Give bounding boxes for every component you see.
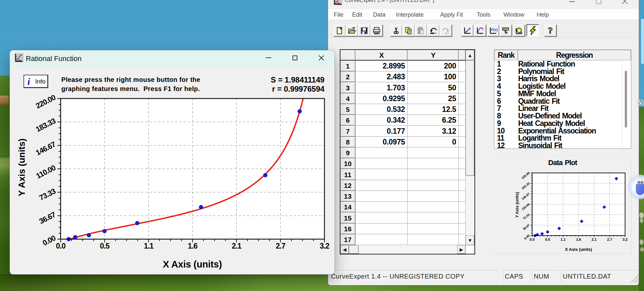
svg-text:0.0: 0.0 xyxy=(56,242,66,250)
svg-text:3.2: 3.2 xyxy=(320,242,329,250)
svg-text:146.67: 146.67 xyxy=(34,140,57,157)
svg-text:146.67: 146.67 xyxy=(521,192,530,201)
svg-text:2.7: 2.7 xyxy=(607,237,612,241)
svg-text:2.1: 2.1 xyxy=(232,242,242,250)
svg-text:Y Axis (units): Y Axis (units) xyxy=(17,138,27,196)
svg-text:1.1: 1.1 xyxy=(144,242,154,250)
svg-text:0.00: 0.00 xyxy=(41,234,57,247)
svg-text:1.1: 1.1 xyxy=(561,237,565,241)
svg-text:73.33: 73.33 xyxy=(38,187,57,202)
svg-text:73.33: 73.33 xyxy=(522,213,530,221)
svg-text:2.1: 2.1 xyxy=(592,237,596,241)
svg-text:183.33: 183.33 xyxy=(521,181,530,190)
svg-text:110.00: 110.00 xyxy=(35,163,57,180)
svg-text:36.67: 36.67 xyxy=(522,223,530,231)
svg-text:2.7: 2.7 xyxy=(276,242,285,250)
svg-text:36.67: 36.67 xyxy=(38,210,57,225)
svg-text:0.5: 0.5 xyxy=(545,237,550,241)
svg-text:0.5: 0.5 xyxy=(100,242,110,250)
svg-text:220.00: 220.00 xyxy=(521,171,530,180)
svg-text:?: ? xyxy=(548,26,553,35)
svg-text:X Axis (units): X Axis (units) xyxy=(565,247,592,252)
svg-text:183.33: 183.33 xyxy=(34,116,57,133)
svg-text:P(x): P(x) xyxy=(491,28,498,32)
svg-text:1.6: 1.6 xyxy=(576,237,581,241)
svg-text:3.2: 3.2 xyxy=(622,237,627,241)
svg-text:110.00: 110.00 xyxy=(521,202,530,211)
svg-text:220.00: 220.00 xyxy=(34,93,57,110)
svg-text:0.00: 0.00 xyxy=(523,234,530,240)
svg-text:Y Axis (units): Y Axis (units) xyxy=(515,192,519,218)
svg-text:1.6: 1.6 xyxy=(188,242,197,250)
svg-text:X Axis (units): X Axis (units) xyxy=(163,259,222,269)
svg-text:0.0: 0.0 xyxy=(530,237,534,241)
